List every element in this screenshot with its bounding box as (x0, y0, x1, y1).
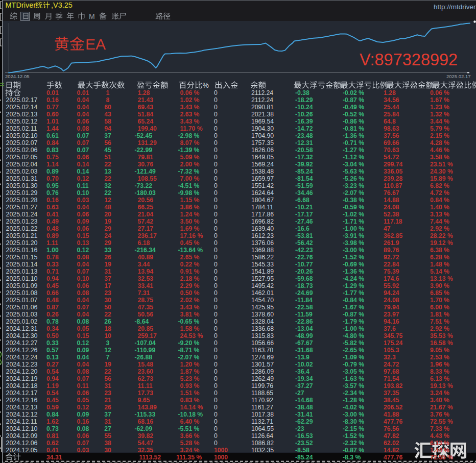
svg-text:174.6: 174.6 (384, 275, 399, 282)
svg-text:1569.24: 1569.24 (251, 161, 274, 168)
svg-text:94.16: 94.16 (384, 318, 399, 325)
svg-text:2024.12.19: 2024.12.19 (6, 375, 38, 382)
svg-text:-0.79 %: -0.79 % (343, 361, 364, 368)
svg-text:0: 0 (214, 425, 218, 432)
svg-text:143.89: 143.89 (138, 404, 157, 411)
svg-text:23: 23 (104, 389, 111, 397)
svg-text:1.15 %: 1.15 % (180, 197, 200, 204)
svg-text:-1.79 %: -1.79 % (343, 318, 364, 325)
svg-text:32.3: 32.3 (384, 354, 396, 361)
svg-text:5.28 %: 5.28 % (180, 440, 200, 447)
svg-text:15.48: 15.48 (138, 361, 154, 368)
svg-text:-4.51 %: -4.51 % (178, 182, 199, 189)
svg-text:0.03: 0.03 (77, 197, 89, 204)
svg-text:27: 27 (104, 425, 111, 432)
svg-text:7.44 %: 7.44 % (430, 218, 449, 225)
svg-text:1.19: 1.19 (46, 382, 59, 389)
svg-text:0.63: 0.63 (46, 204, 59, 211)
svg-text:0.10: 0.10 (77, 275, 89, 282)
svg-text:0: 0 (214, 118, 218, 125)
svg-text:38.45: 38.45 (384, 397, 399, 404)
svg-text:8: 8 (106, 96, 110, 104)
svg-text:1612.23: 1612.23 (251, 232, 274, 239)
svg-text:1.44: 1.44 (46, 125, 59, 132)
svg-text:-13.9: -13.9 (295, 354, 310, 361)
svg-text:11.11: 11.11 (138, 382, 153, 389)
svg-text:18: 18 (104, 325, 111, 332)
svg-text:69.66: 69.66 (384, 139, 399, 147)
svg-text:33: 33 (104, 247, 111, 254)
svg-text:37.35: 37.35 (384, 389, 399, 397)
svg-text:-5.63 %: -5.63 % (343, 168, 364, 175)
svg-text:-31.68: -31.68 (295, 347, 313, 354)
svg-text:0.08: 0.08 (77, 318, 89, 325)
svg-text:0: 0 (214, 411, 218, 418)
svg-text:6.85 %: 6.85 % (430, 289, 449, 297)
svg-text:-2.98 %: -2.98 % (178, 132, 199, 139)
svg-text:-8.30 %: -8.30 % (343, 418, 364, 425)
svg-text:1.40 %: 1.40 % (430, 204, 449, 211)
svg-text:0.75: 0.75 (46, 154, 59, 161)
svg-text:0.03: 0.03 (77, 447, 89, 454)
svg-text:0: 0 (214, 332, 218, 339)
svg-text:-16.39: -16.39 (295, 118, 313, 125)
svg-text:1.00: 1.00 (46, 247, 59, 254)
svg-text:-11.59: -11.59 (295, 311, 313, 318)
svg-text:0: 0 (214, 96, 218, 104)
svg-text:-0.87 %: -0.87 % (343, 447, 364, 454)
svg-text:1: 1 (106, 89, 110, 96)
svg-text:0.10: 0.10 (77, 189, 89, 197)
svg-text:1454.70: 1454.70 (251, 297, 274, 304)
svg-text:-1.52 %: -1.52 % (343, 254, 364, 261)
svg-text:6.13 %: 6.13 % (430, 375, 449, 382)
svg-text:0: 0 (214, 289, 218, 297)
svg-text:0: 0 (214, 132, 218, 139)
svg-text:2025.01.02: 2025.01.02 (6, 318, 38, 325)
svg-text:0.06: 0.06 (77, 389, 89, 397)
svg-text:-22.86: -22.86 (295, 318, 313, 325)
svg-text:-115.33: -115.33 (135, 411, 156, 418)
svg-text:23.51 %: 23.51 % (430, 161, 453, 168)
svg-text:6.18: 6.18 (138, 239, 150, 247)
svg-text:1.20 %: 1.20 % (180, 361, 200, 368)
svg-text:1.48 %: 1.48 % (430, 261, 449, 268)
svg-text:7: 7 (106, 354, 110, 361)
svg-text:-1.29 %: -1.29 % (343, 282, 364, 289)
svg-text:3.13 %: 3.13 % (430, 211, 449, 218)
svg-text:1274.69: 1274.69 (251, 354, 274, 361)
svg-text:0.54: 0.54 (46, 368, 59, 375)
svg-text:21.67 %: 21.67 % (430, 404, 453, 411)
svg-text:1315.83: 1315.83 (251, 332, 274, 339)
svg-text:-4.02 %: -4.02 % (343, 404, 364, 411)
svg-text:0.93 %: 0.93 % (180, 382, 200, 389)
svg-text:0: 0 (214, 189, 218, 197)
svg-text:1527.95: 1527.95 (251, 275, 274, 282)
svg-text:-10.26: -10.26 (295, 111, 313, 118)
svg-text:72.55 %: 72.55 % (430, 454, 453, 461)
svg-text:0.14: 0.14 (77, 168, 89, 175)
svg-text:-24.69: -24.69 (295, 289, 313, 297)
svg-text:-121.49: -121.49 (135, 168, 156, 175)
svg-text:24.72: 24.72 (384, 361, 399, 368)
svg-text:5.79 %: 5.79 % (430, 125, 449, 132)
svg-text:-5.26 %: -5.26 % (343, 175, 364, 182)
svg-text:-2.32 %: -2.32 % (343, 440, 364, 447)
svg-text:92.72: 92.72 (384, 254, 399, 261)
svg-text:1.58 %: 1.58 % (180, 325, 200, 332)
svg-text:14.88: 14.88 (384, 197, 399, 204)
svg-text:2.92 %: 2.92 % (430, 325, 449, 332)
svg-text:1.67 %: 1.67 % (430, 96, 449, 104)
svg-text:0.07: 0.07 (77, 440, 89, 447)
svg-text:-39.92: -39.92 (295, 161, 313, 168)
svg-text:21.43: 21.43 (138, 96, 154, 104)
svg-text:1.69 %: 1.69 % (180, 225, 200, 232)
svg-text:0.73: 0.73 (46, 425, 59, 432)
svg-text:-2.65 %: -2.65 % (343, 347, 364, 354)
svg-text:22: 22 (104, 311, 111, 318)
svg-text:0: 0 (214, 389, 218, 397)
svg-text:1545.33: 1545.33 (251, 261, 274, 268)
svg-text:32.35: 32.35 (138, 447, 154, 454)
svg-text:6.28 %: 6.28 % (430, 254, 449, 261)
svg-text:-56.42: -56.42 (295, 239, 313, 247)
svg-text:1262.49: 1262.49 (251, 375, 274, 382)
